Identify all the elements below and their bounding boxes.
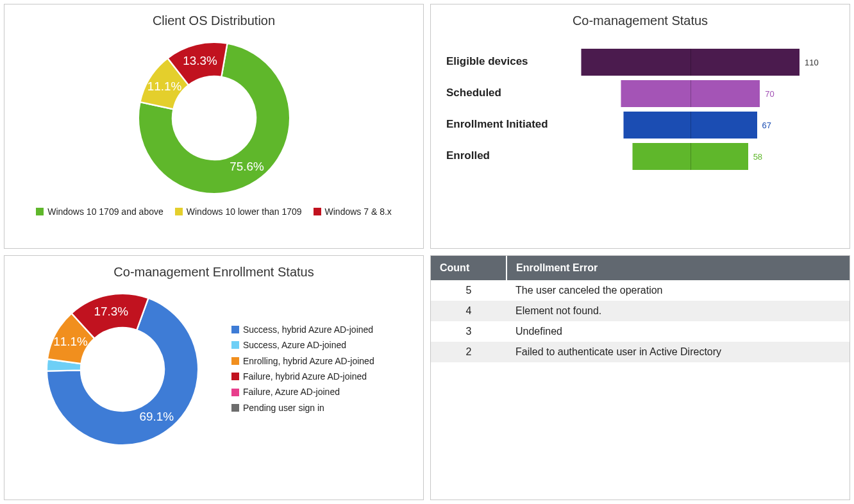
legend-swatch: [36, 208, 44, 215]
table-row[interactable]: 5The user canceled the operation: [431, 280, 850, 301]
legend-label: Windows 7 & 8.x: [325, 206, 392, 217]
cell-error: Element not found.: [507, 301, 850, 321]
legend-label: Success, hybrid Azure AD-joined: [243, 323, 373, 337]
funnel-bar: 67: [623, 112, 757, 139]
donut-chart-enroll: 69.1%11.1%17.3% Success, hybrid Azure AD…: [13, 286, 414, 453]
table-row[interactable]: 3Undefined: [431, 321, 850, 342]
slice-label: 75.6%: [230, 160, 264, 173]
legend-swatch: [231, 389, 239, 396]
col-header-error: Enrollment Error: [507, 256, 850, 280]
funnel-value: 70: [765, 88, 774, 98]
legend-label: Success, Azure AD-joined: [243, 338, 346, 352]
legend-swatch: [231, 326, 239, 333]
funnel-bar-zone: 110: [581, 49, 834, 76]
tile-title: Co-management Status: [440, 13, 841, 28]
slice-label: 69.1%: [140, 410, 174, 423]
cell-error: The user canceled the operation: [507, 280, 850, 301]
cell-count: 4: [431, 301, 507, 321]
legend-swatch: [231, 357, 239, 365]
legend-item[interactable]: Windows 7 & 8.x: [314, 206, 392, 217]
cell-count: 5: [431, 280, 507, 301]
legend-label: Enrolling, hybrid Azure AD-joined: [243, 354, 374, 368]
legend-item[interactable]: Failure, Azure AD-joined: [231, 385, 374, 399]
funnel-row[interactable]: Scheduled70: [446, 79, 834, 108]
legend-swatch: [314, 208, 321, 215]
tile-client-os-distribution: Client OS Distribution 75.6%11.1%13.3% W…: [4, 4, 424, 249]
tile-enrollment-errors: Count Enrollment Error 5The user cancele…: [430, 255, 850, 500]
funnel-bar-zone: 70: [581, 80, 834, 107]
legend-os: Windows 10 1709 and aboveWindows 10 lowe…: [13, 206, 414, 217]
tile-enrollment-status: Co-management Enrollment Status 69.1%11.…: [4, 255, 424, 500]
legend-label: Windows 10 lower than 1709: [187, 206, 302, 217]
funnel-bar: 58: [632, 143, 748, 170]
slice-label: 11.1%: [53, 335, 88, 348]
funnel-row[interactable]: Enrolled58: [446, 142, 834, 171]
legend-item[interactable]: Success, Azure AD-joined: [231, 338, 374, 352]
cell-error: Undefined: [507, 321, 850, 342]
donut-chart-os: 75.6%11.1%13.3%: [13, 35, 414, 201]
legend-item[interactable]: Enrolling, hybrid Azure AD-joined: [231, 354, 374, 368]
legend-item[interactable]: Pending user sign in: [231, 401, 374, 415]
funnel-bar-zone: 58: [581, 143, 834, 170]
table-row[interactable]: 2Failed to authenticate user in Active D…: [431, 342, 850, 362]
funnel-label: Enrollment Initiated: [446, 118, 581, 131]
dashboard: Client OS Distribution 75.6%11.1%13.3% W…: [0, 0, 854, 504]
funnel-row[interactable]: Eligible devices110: [446, 47, 834, 76]
funnel-value: 110: [805, 57, 819, 67]
legend-item[interactable]: Windows 10 1709 and above: [36, 206, 163, 217]
legend-label: Windows 10 1709 and above: [47, 206, 163, 217]
tile-title: Client OS Distribution: [13, 13, 414, 28]
funnel-bar: 110: [581, 49, 800, 76]
funnel-value: 67: [762, 120, 771, 130]
legend-label: Failure, Azure AD-joined: [243, 385, 340, 399]
legend-enroll: Success, hybrid Azure AD-joinedSuccess, …: [231, 323, 374, 416]
funnel-chart: Eligible devices110Scheduled70Enrollment…: [440, 47, 841, 171]
legend-item[interactable]: Failure, hybrid Azure AD-joined: [231, 369, 374, 383]
funnel-label: Eligible devices: [446, 55, 581, 68]
funnel-label: Scheduled: [446, 87, 581, 99]
funnel-bar-zone: 67: [581, 112, 834, 139]
slice-label: 17.3%: [94, 305, 129, 318]
slice-label: 11.1%: [147, 80, 181, 93]
funnel-row[interactable]: Enrollment Initiated67: [446, 110, 834, 139]
legend-item[interactable]: Success, hybrid Azure AD-joined: [231, 323, 374, 337]
funnel-bar: 70: [621, 80, 760, 107]
cell-count: 2: [431, 342, 507, 362]
legend-label: Pending user sign in: [243, 401, 324, 415]
slice-label: 13.3%: [183, 54, 217, 67]
legend-label: Failure, hybrid Azure AD-joined: [243, 369, 367, 383]
legend-swatch: [231, 404, 239, 412]
cell-count: 3: [431, 321, 507, 342]
funnel-value: 58: [753, 151, 762, 161]
funnel-label: Enrolled: [446, 149, 581, 162]
legend-swatch: [175, 208, 183, 215]
legend-swatch: [231, 373, 239, 380]
tile-co-management-status: Co-management Status Eligible devices110…: [430, 4, 850, 249]
table-row[interactable]: 4Element not found.: [431, 301, 850, 321]
col-header-count: Count: [431, 256, 507, 280]
tile-title: Co-management Enrollment Status: [13, 265, 414, 280]
legend-swatch: [231, 341, 239, 349]
cell-error: Failed to authenticate user in Active Di…: [507, 342, 850, 362]
enrollment-error-table: Count Enrollment Error 5The user cancele…: [431, 256, 850, 362]
legend-item[interactable]: Windows 10 lower than 1709: [175, 206, 302, 217]
